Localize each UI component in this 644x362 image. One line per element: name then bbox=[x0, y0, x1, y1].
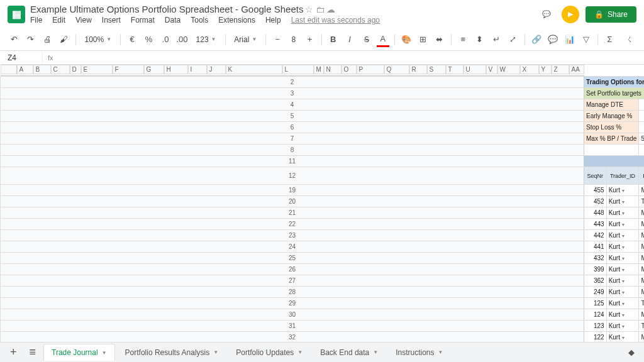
percent-icon[interactable]: % bbox=[142, 32, 155, 47]
tab-instructions[interactable]: Instructions ▼ bbox=[388, 344, 450, 361]
chart-icon[interactable]: 📊 bbox=[563, 32, 575, 47]
menu-insert[interactable]: Insert bbox=[102, 16, 121, 25]
rotate-icon[interactable]: ⤢ bbox=[506, 32, 519, 47]
dec-decrease-icon[interactable]: .0 bbox=[159, 32, 172, 47]
table-row[interactable]: 26399Kurt ▾MX ▾04/10/202204/10/2022XBI82… bbox=[1, 264, 645, 275]
tab-trade-journal[interactable]: Trade Journal ▼ bbox=[43, 344, 115, 361]
size-increase-icon[interactable]: + bbox=[303, 32, 316, 47]
table-row[interactable]: 23442Kurt ▾MX ▾28/10/202228/10/2022EWZ31… bbox=[1, 230, 645, 241]
menu-format[interactable]: Format bbox=[131, 16, 155, 25]
table-row[interactable]: 21448Kurt ▾MX ▾04/11/202231/10/2022AAPL1… bbox=[1, 207, 645, 219]
zoom-select[interactable]: 100% ▼ bbox=[80, 34, 115, 45]
tab-backend[interactable]: Back End data ▼ bbox=[313, 344, 386, 361]
name-box[interactable]: Z4 bbox=[5, 52, 43, 63]
functions-icon[interactable]: Σ bbox=[603, 32, 616, 47]
expand-icon[interactable]: ㄑ bbox=[623, 32, 636, 47]
paint-format-icon[interactable]: 🖌 bbox=[57, 32, 70, 47]
table-row[interactable]: 24441Kurt ▾MX ▾28/10/202228/10/2022MSFT2… bbox=[1, 241, 645, 253]
bold-icon[interactable]: B bbox=[326, 32, 339, 47]
cloud-icon[interactable]: ☁ bbox=[326, 4, 335, 14]
all-sheets-button[interactable]: ≡ bbox=[25, 346, 42, 359]
share-button[interactable]: 🔒 Share bbox=[586, 6, 636, 23]
link-icon[interactable]: 🔗 bbox=[530, 32, 542, 47]
table-row[interactable]: 27362Kurt ▾MX ▾05/08/202205/08/2022FSR9,… bbox=[1, 275, 645, 287]
table-row[interactable]: 30124Kurt ▾MX ▾16/07/202113/07/2021TWTR6… bbox=[1, 309, 645, 321]
table-row[interactable]: 25432Kurt ▾MX ▾25/10/202225/10/2022SMH19… bbox=[1, 253, 645, 264]
doc-title[interactable]: Example Ultimate Options Portfolio Sprea… bbox=[30, 4, 303, 14]
menu-file[interactable]: File bbox=[30, 16, 42, 25]
tab-updates[interactable]: Portfolio Updates ▼ bbox=[228, 344, 310, 361]
table-row[interactable]: 19455Kurt ▾MX ▾11/11/202228/10/2022MSFT2… bbox=[1, 185, 645, 196]
tab-results[interactable]: Portfolio Results Analysis ▼ bbox=[118, 344, 226, 361]
comment-icon[interactable]: 💬 bbox=[547, 32, 559, 47]
currency-icon[interactable]: € bbox=[126, 32, 138, 47]
comments-icon[interactable]: 💬 bbox=[538, 6, 555, 23]
font-size[interactable]: 8 bbox=[288, 34, 300, 45]
undo-icon[interactable]: ↶ bbox=[8, 32, 20, 47]
filter-icon[interactable]: ▽ bbox=[580, 32, 592, 47]
meet-icon[interactable]: ▶ bbox=[562, 6, 579, 23]
menu-help[interactable]: Help bbox=[265, 16, 281, 25]
table-row[interactable]: 20452Kurt ▾TT ▾09/11/202209/11/2022FSR7,… bbox=[1, 196, 645, 207]
wrap-icon[interactable]: ↵ bbox=[490, 32, 502, 47]
table-row[interactable]: 29125Kurt ▾TT ▾19/07/202119/07/2021IBM14… bbox=[1, 298, 645, 309]
redo-icon[interactable]: ↷ bbox=[24, 32, 36, 47]
menu-extensions[interactable]: Extensions bbox=[218, 16, 255, 25]
spreadsheet-grid[interactable]: ABCDEFGHIJKLMNOPQRSTUVWXYZAA 2Trading Op… bbox=[0, 65, 644, 346]
menu-tools[interactable]: Tools bbox=[191, 16, 208, 25]
add-sheet-button[interactable]: + bbox=[5, 346, 22, 359]
star-icon[interactable]: ☆ bbox=[305, 4, 313, 14]
format-select[interactable]: 123 ▼ bbox=[192, 34, 220, 45]
table-row[interactable]: 22443Kurt ▾MX ▾31/10/202231/10/2022AAPL1… bbox=[1, 219, 645, 230]
menu-bar: File Edit View Insert Format Data Tools … bbox=[30, 16, 533, 25]
move-icon[interactable]: 🗀 bbox=[316, 4, 325, 14]
table-row[interactable]: 31123Kurt ▾TT ▾16/07/202116/07/2021TWTR6… bbox=[1, 321, 645, 332]
text-color-icon[interactable]: A bbox=[377, 32, 389, 47]
toolbar: ↶ ↷ 🖨 🖌 100% ▼ € % .0 .00 123 ▼ Arial ▼ … bbox=[0, 28, 644, 51]
menu-data[interactable]: Data bbox=[165, 16, 180, 25]
size-decrease-icon[interactable]: − bbox=[271, 32, 284, 47]
dec-increase-icon[interactable]: .00 bbox=[175, 32, 188, 47]
last-edit[interactable]: Last edit was seconds ago bbox=[291, 16, 380, 25]
font-select[interactable]: Arial ▼ bbox=[230, 34, 260, 45]
fx-icon: fx bbox=[48, 54, 53, 62]
table-row[interactable]: 28249Kurt ▾MX ▾18/02/202210/02/2022PYPL1… bbox=[1, 287, 645, 298]
fill-color-icon[interactable]: 🎨 bbox=[400, 32, 413, 47]
print-icon[interactable]: 🖨 bbox=[41, 32, 53, 47]
strike-icon[interactable]: S̶ bbox=[360, 32, 372, 47]
explore-icon[interactable]: ◆ bbox=[624, 345, 639, 360]
sheets-logo: ▦ bbox=[8, 6, 25, 23]
italic-icon[interactable]: I bbox=[343, 32, 356, 47]
menu-edit[interactable]: Edit bbox=[52, 16, 65, 25]
merge-icon[interactable]: ⬌ bbox=[433, 32, 446, 47]
borders-icon[interactable]: ⊞ bbox=[416, 32, 429, 47]
halign-icon[interactable]: ≡ bbox=[457, 32, 469, 47]
valign-icon[interactable]: ⬍ bbox=[473, 32, 486, 47]
table-row[interactable]: 32122Kurt ▾MX ▾14/07/202114/07/2021BYND1… bbox=[1, 332, 645, 343]
menu-view[interactable]: View bbox=[75, 16, 92, 25]
